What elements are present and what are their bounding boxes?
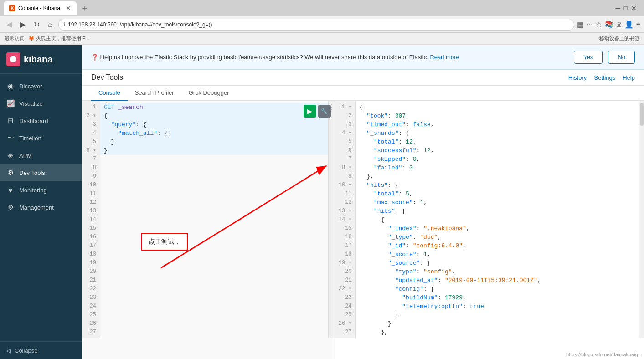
url-bar[interactable]: ℹ 192.168.23.140:5601/app/kibana#/dev_to… — [58, 19, 574, 31]
output-scrollbar[interactable] — [639, 101, 644, 338]
menu-icon[interactable]: ≡ — [636, 21, 640, 29]
sidebar-item-label-discover: Discover — [19, 83, 42, 90]
line-num-15: 15 — [82, 224, 100, 233]
collapse-icon: ◁ — [6, 347, 11, 354]
banner-no-button[interactable]: No — [608, 51, 635, 64]
line-num-12: 12 — [82, 198, 100, 207]
banner-read-more-link[interactable]: Read more — [430, 54, 459, 61]
star-icon[interactable]: ☆ — [596, 20, 602, 29]
nav-refresh-btn[interactable]: ↻ — [31, 19, 42, 30]
output-content[interactable]: 1 ▾ 2 3 4 ▾ 5 6 7 8 ▾ 9 10 ▾ 11 12 — [335, 101, 644, 359]
banner-text: ❓ Help us improve the Elastic Stack by p… — [91, 54, 568, 61]
tab-console[interactable]: Console — [91, 86, 128, 101]
run-button[interactable]: ▶ — [304, 105, 316, 118]
code-line-7 — [100, 155, 328, 164]
bookmark-firefox[interactable]: 🦊 火狐主页，推荐使用 F... — [28, 35, 89, 42]
help-button[interactable]: Help — [623, 74, 635, 81]
out-code-21: "updated_at": "2019-09-11T15:39:21.001Z"… — [356, 276, 639, 285]
sidebar-item-discover[interactable]: ◉ Discover — [0, 77, 82, 95]
dashboard-icon: ⊟ — [6, 117, 15, 125]
more-icon[interactable]: ··· — [587, 21, 592, 29]
line-num-9: 9 — [82, 172, 100, 181]
annotation-box: 点击测试， — [141, 233, 188, 251]
out-code-15: "_index": ".newkibana", — [356, 224, 639, 233]
line-num-25: 25 — [82, 311, 100, 319]
line-num-27: 27 — [82, 328, 100, 337]
code-line-11 — [100, 190, 328, 198]
out-line-num-15: 15 — [335, 224, 355, 233]
tab-title: Console - Kibana — [18, 5, 63, 11]
qr-icon[interactable]: ▦ — [577, 20, 584, 29]
sidebar-item-timelion[interactable]: 〜 Timelion — [0, 129, 82, 147]
bookmark-mobile[interactable]: 移动设备上的书签 — [599, 35, 639, 42]
editor-panel: ▶ 🔧 1 2 ▾ 3 4 5 6 ▾ 7 — [82, 101, 335, 359]
line-num-16: 16 — [82, 233, 100, 241]
line-num-21: 21 — [82, 276, 100, 285]
settings-button[interactable]: Settings — [594, 74, 615, 81]
window-close[interactable]: ✕ — [631, 5, 637, 12]
code-line-14 — [100, 215, 328, 224]
line-num-1: 1 — [82, 103, 100, 112]
sidebar-collapse-btn[interactable]: ◁ Collapse — [0, 341, 82, 359]
editor-lines: 1 2 ▾ 3 4 5 6 ▾ 7 8 9 10 11 12 1 — [82, 101, 335, 338]
code-line-1: GET _search — [100, 103, 328, 112]
out-code-25: } — [356, 311, 639, 319]
out-code-18: "_score": 1, — [356, 250, 639, 259]
editor-code-lines: GET _search { "query": { "match_all": {}… — [100, 101, 328, 338]
sync-icon[interactable]: ⧖ — [617, 21, 622, 29]
sidebar-item-dashboard[interactable]: ⊟ Dashboard — [0, 112, 82, 129]
out-line-num-27: 27 — [335, 328, 355, 337]
code-line-26 — [100, 319, 328, 328]
out-line-num-11: 11 — [335, 190, 355, 198]
line-num-23: 23 — [82, 293, 100, 302]
out-code-3: "timed_out": false, — [356, 120, 639, 129]
code-line-4: "match_all": {} — [100, 129, 328, 138]
out-code-16: "_type": "doc", — [356, 233, 639, 241]
code-line-2: { — [100, 112, 328, 120]
sidebar-item-management[interactable]: ⚙ Management — [0, 199, 82, 216]
nav-home-btn[interactable]: ⌂ — [45, 19, 56, 30]
out-line-num-20: 20 — [335, 267, 355, 276]
monitoring-icon: ♥ — [6, 186, 15, 194]
annotation-text: 点击测试， — [149, 238, 180, 245]
out-line-num-12: 12 — [335, 198, 355, 207]
account-icon[interactable]: 👤 — [624, 20, 634, 29]
sidebar-item-apm[interactable]: ◈ APM — [0, 147, 82, 164]
out-code-22: "config": { — [356, 285, 639, 293]
out-code-5: "total": 12, — [356, 138, 639, 146]
editor-scrollbar[interactable] — [328, 101, 335, 338]
sidebar-item-visualize[interactable]: 📈 Visualize — [0, 95, 82, 112]
editor-toolbar: ▶ 🔧 — [304, 105, 331, 118]
code-line-18 — [100, 250, 328, 259]
tab-search-profiler[interactable]: Search Profiler — [128, 86, 181, 101]
code-line-5: } — [100, 138, 328, 146]
sidebar-item-label-timelion: Timelion — [19, 135, 41, 142]
out-code-9: }, — [356, 172, 639, 181]
tab-grok-debugger[interactable]: Grok Debugger — [181, 86, 237, 101]
out-line-num-8: 8 ▾ — [335, 164, 355, 172]
code-line-23 — [100, 293, 328, 302]
history-button[interactable]: History — [568, 74, 587, 81]
discover-icon: ◉ — [6, 82, 15, 90]
sidebar-item-monitoring[interactable]: ♥ Monitoring — [0, 181, 82, 199]
browser-tab-active[interactable]: K Console - Kibana ✕ — [4, 1, 77, 15]
out-line-num-19: 19 ▾ — [335, 259, 355, 267]
new-tab-button[interactable]: ＋ — [78, 2, 91, 15]
wrench-button[interactable]: 🔧 — [318, 105, 331, 118]
kibana-logo-icon — [6, 52, 20, 66]
nav-back-btn[interactable]: ◀ — [4, 19, 15, 30]
window-maximize[interactable]: □ — [624, 5, 628, 12]
out-line-num-4: 4 ▾ — [335, 129, 355, 138]
nav-forward-btn[interactable]: ▶ — [17, 19, 28, 30]
sidebar-item-devtools[interactable]: ⚙ Dev Tools — [0, 164, 82, 181]
out-code-13: "hits": [ — [356, 207, 639, 215]
editor-content[interactable]: 1 2 ▾ 3 4 5 6 ▾ 7 8 9 10 11 12 1 — [82, 101, 335, 359]
tab-close-btn[interactable]: ✕ — [66, 5, 71, 12]
window-minimize[interactable]: ─ — [616, 5, 620, 12]
bookmarks-icon[interactable]: 📚 — [605, 20, 614, 29]
out-code-4: "_shards": { — [356, 129, 639, 138]
banner-yes-button[interactable]: Yes — [574, 51, 603, 64]
out-line-num-21: 21 — [335, 276, 355, 285]
sidebar-item-label-dashboard: Dashboard — [19, 118, 48, 124]
app-container: kibana ◉ Discover 📈 Visualize ⊟ Dashboar… — [0, 45, 644, 359]
